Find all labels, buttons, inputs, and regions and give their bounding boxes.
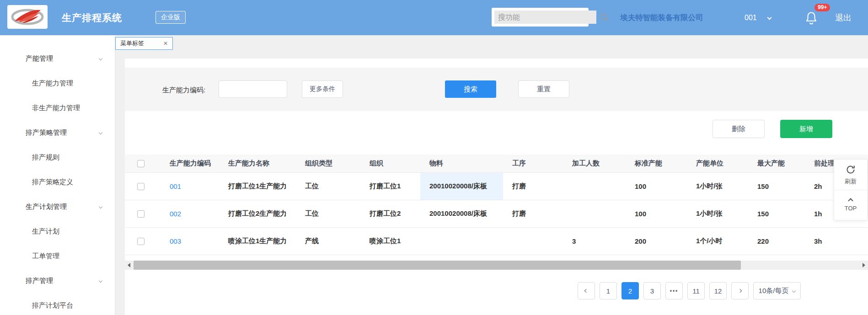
function-search-input[interactable] — [494, 11, 596, 24]
sidebar-item-work-order-mgmt[interactable]: 工单管理 — [0, 244, 115, 268]
capacity-code-input[interactable] — [219, 80, 287, 98]
reset-button[interactable]: 重置 — [518, 80, 569, 98]
sidebar-group-scheduling-strategy[interactable]: 排产策略管理 — [0, 120, 115, 145]
capacity-code-label: 生产能力编码: — [162, 81, 205, 99]
page-button[interactable]: 11 — [687, 282, 705, 299]
page-button[interactable]: 1 — [600, 282, 617, 299]
more-conditions-button[interactable]: 更多条件 — [302, 80, 343, 98]
sidebar-item-production-plan[interactable]: 生产计划 — [0, 219, 115, 244]
logout-button[interactable]: 退出 — [835, 0, 852, 35]
chevron-right-icon — [738, 289, 742, 293]
edition-badge: 企业版 — [155, 11, 186, 24]
bell-icon — [805, 11, 818, 25]
col-capacity-code: 生产能力编码 — [161, 155, 219, 172]
refresh-button[interactable]: 刷新 — [834, 160, 867, 190]
material-cell-highlighted: 20010020008/床板 — [420, 173, 503, 200]
sidebar-item-non-production-capacity[interactable]: 非生产能力管理 — [0, 96, 115, 120]
notification-count-badge: 99+ — [814, 4, 830, 11]
col-workers: 加工人数 — [563, 155, 626, 172]
main-content: 菜单标签 ✕ 生产能力编码: 更多条件 搜索 重置 删除 新增 生产能力编码 生… — [115, 35, 868, 315]
next-page-button[interactable] — [731, 282, 749, 299]
col-org: 组织 — [360, 155, 420, 172]
capacity-code-link[interactable]: 001 — [161, 173, 219, 200]
col-max-capacity: 最大产能 — [748, 155, 805, 172]
sidebar-nav: 产能管理 生产能力管理 非生产能力管理 排产策略管理 排产规则 排产策略定义 生… — [0, 35, 115, 315]
app-title: 生产排程系统 — [62, 0, 122, 35]
add-button[interactable]: 新增 — [780, 120, 832, 138]
sidebar-group-scheduling-mgmt[interactable]: 排产管理 — [0, 268, 115, 293]
sidebar-item-scheduling-plan-platform[interactable]: 排产计划平台 — [0, 293, 115, 315]
page-button[interactable]: 12 — [709, 282, 727, 299]
back-to-top-button[interactable]: TOP — [834, 190, 867, 220]
select-all-checkbox[interactable] — [137, 160, 145, 167]
sidebar-item-strategy-definition[interactable]: 排产策略定义 — [0, 170, 115, 194]
row-checkbox[interactable] — [137, 238, 145, 245]
float-toolbar: 刷新 TOP — [834, 159, 868, 220]
sidebar-item-scheduling-rules[interactable]: 排产规则 — [0, 145, 115, 170]
page-button-active[interactable]: 2 — [622, 282, 639, 299]
company-logo — [7, 5, 48, 29]
row-checkbox[interactable] — [137, 210, 145, 218]
user-id: 001 — [745, 14, 757, 22]
user-dropdown[interactable]: 001 — [745, 0, 771, 35]
company-name: 埃夫特智能装备有限公司 — [620, 0, 703, 35]
chevron-down-icon — [792, 289, 796, 293]
table-row: 002 打磨工位2生产能力 工位 打磨工位2 20010020008/床板 打磨… — [125, 200, 868, 228]
wing-logo-icon — [10, 7, 45, 27]
chevron-up-icon — [848, 198, 853, 203]
row-checkbox[interactable] — [137, 183, 145, 190]
pagination: 1 2 3 ••• 11 12 10条/每页 — [578, 282, 801, 299]
scrollbar-thumb[interactable] — [134, 261, 741, 270]
tab-menu-label[interactable]: 菜单标签 ✕ — [115, 37, 173, 50]
col-capacity-unit: 产能单位 — [687, 155, 748, 172]
close-icon[interactable]: ✕ — [163, 41, 168, 46]
search-button[interactable]: 搜索 — [445, 80, 496, 98]
sidebar-item-production-capacity[interactable]: 生产能力管理 — [0, 71, 115, 96]
table-row: 003 喷涂工位1生产能力 产线 喷涂工位1 3 200 1个/小时 220 3… — [125, 228, 868, 255]
sidebar-group-capacity-mgmt[interactable]: 产能管理 — [0, 46, 115, 71]
page-button[interactable]: 3 — [643, 282, 661, 299]
col-capacity-name: 生产能力名称 — [219, 155, 296, 172]
col-process: 工序 — [503, 155, 563, 172]
sidebar-group-production-plan-mgmt[interactable]: 生产计划管理 — [0, 194, 115, 219]
col-standard-capacity: 标准产能 — [626, 155, 687, 172]
scroll-right-arrow[interactable] — [860, 261, 868, 270]
chevron-down-icon — [99, 131, 102, 134]
prev-page-button[interactable] — [578, 282, 595, 299]
capacity-panel: 生产能力编码: 更多条件 搜索 重置 删除 新增 生产能力编码 生产能力名称 组… — [125, 59, 868, 315]
chevron-left-icon — [584, 289, 588, 293]
col-org-type: 组织类型 — [296, 155, 360, 172]
page-ellipsis-button[interactable]: ••• — [665, 282, 683, 299]
search-icon[interactable] — [600, 13, 609, 22]
function-search-box — [492, 8, 589, 27]
chevron-down-icon — [767, 16, 772, 20]
chevron-down-icon — [99, 205, 102, 208]
scroll-left-arrow[interactable] — [125, 261, 133, 270]
refresh-icon — [845, 164, 856, 175]
table-row: 001 打磨工位1生产能力 工位 打磨工位1 20010020008/床板 打磨… — [125, 173, 868, 200]
notification-bell-button[interactable] — [805, 11, 819, 26]
delete-button[interactable]: 删除 — [713, 120, 765, 138]
capacity-code-link[interactable]: 003 — [161, 228, 219, 255]
horizontal-scrollbar — [125, 261, 868, 270]
table-header-row: 生产能力编码 生产能力名称 组织类型 组织 物料 工序 加工人数 标准产能 产能… — [125, 155, 868, 173]
app-header: 生产排程系统 企业版 埃夫特智能装备有限公司 001 99+ 退出 — [0, 0, 868, 35]
filter-bar: 生产能力编码: 更多条件 搜索 重置 — [125, 68, 868, 111]
chevron-down-icon — [99, 279, 102, 283]
capacity-code-link[interactable]: 002 — [161, 200, 219, 227]
page-size-select[interactable]: 10条/每页 — [753, 282, 801, 299]
chevron-down-icon — [99, 57, 102, 60]
capacity-table: 生产能力编码 生产能力名称 组织类型 组织 物料 工序 加工人数 标准产能 产能… — [125, 155, 868, 255]
col-material: 物料 — [420, 155, 503, 172]
